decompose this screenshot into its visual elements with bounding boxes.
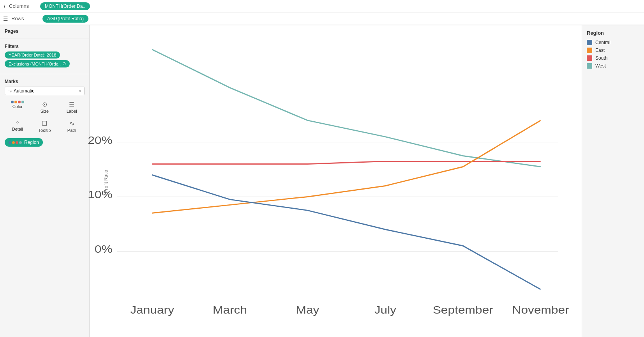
south-color-icon bbox=[587, 55, 592, 61]
columns-pill[interactable]: MONTH(Order Da.. bbox=[40, 2, 90, 10]
south-line bbox=[152, 161, 541, 164]
color-button[interactable]: Color bbox=[5, 98, 30, 116]
detail-label: Detail bbox=[12, 127, 23, 131]
size-button[interactable]: ⊙ Size bbox=[32, 98, 58, 116]
filters-title: Filters bbox=[5, 44, 85, 49]
main-area: Pages Filters YEAR(Order Date): 2018 Exc… bbox=[0, 25, 644, 337]
central-color-icon bbox=[587, 40, 592, 45]
legend-south-label: South bbox=[595, 55, 607, 61]
filter2-icon: ⊙ bbox=[62, 61, 66, 66]
svg-text:July: July bbox=[374, 304, 396, 316]
tooltip-button[interactable]: ☐ Tooltip bbox=[32, 117, 58, 135]
chart-area: Profit Ratio bbox=[90, 25, 644, 337]
color-icon bbox=[11, 101, 24, 103]
detail-icon: ⁘ bbox=[15, 120, 20, 126]
east-line bbox=[152, 121, 541, 213]
chart-inner: 20% 10% 0% bbox=[117, 33, 558, 306]
filter1-pill[interactable]: YEAR(Order Date): 2018 bbox=[5, 51, 60, 59]
path-icon: ∿ bbox=[69, 120, 74, 127]
toolbar: ⫶ Columns MONTH(Order Da.. ☰ Rows AGG(Pr… bbox=[0, 0, 644, 25]
filters-section: Filters YEAR(Order Date): 2018 Exclusion… bbox=[0, 41, 89, 72]
legend-item-east: East bbox=[587, 48, 639, 53]
rows-pill[interactable]: AGG(Profit Ratio) bbox=[42, 15, 88, 23]
rows-icon: ☰ bbox=[3, 16, 8, 22]
path-button[interactable]: ∿ Path bbox=[59, 117, 85, 135]
path-label: Path bbox=[67, 128, 76, 133]
svg-text:March: March bbox=[213, 304, 247, 316]
size-icon: ⊙ bbox=[42, 101, 47, 108]
filter2-label: Exclusions (MONTH(Orde.. bbox=[9, 62, 61, 66]
svg-text:20%: 20% bbox=[88, 134, 112, 146]
rows-row: ☰ Rows AGG(Profit Ratio) bbox=[0, 12, 644, 25]
columns-icon: ⫶ bbox=[3, 3, 6, 9]
legend-title: Region bbox=[587, 30, 639, 36]
west-color-icon bbox=[587, 63, 592, 69]
tooltip-label: Tooltip bbox=[39, 128, 51, 133]
sidebar: Pages Filters YEAR(Order Date): 2018 Exc… bbox=[0, 25, 90, 337]
region-label: Region bbox=[24, 140, 39, 145]
legend-item-west: West bbox=[587, 63, 639, 69]
columns-label: Columns bbox=[9, 3, 40, 9]
legend-east-label: East bbox=[595, 48, 605, 53]
label-button[interactable]: ☰ Label bbox=[59, 98, 85, 116]
tooltip-icon: ☐ bbox=[42, 120, 47, 127]
svg-text:0%: 0% bbox=[95, 243, 113, 255]
marks-title: Marks bbox=[5, 79, 85, 84]
filter2-pill[interactable]: Exclusions (MONTH(Orde.. ⊙ bbox=[5, 60, 70, 67]
legend-panel: Region Central East South West bbox=[582, 25, 644, 337]
legend-west-label: West bbox=[595, 63, 606, 69]
svg-text:January: January bbox=[130, 304, 174, 316]
legend-central-label: Central bbox=[595, 40, 610, 45]
svg-text:September: September bbox=[433, 304, 493, 316]
svg-text:10%: 10% bbox=[88, 188, 112, 200]
pages-section: Pages bbox=[0, 25, 89, 37]
color-label: Color bbox=[12, 104, 23, 109]
chart-container: Profit Ratio bbox=[90, 25, 582, 337]
marks-section: Marks ∿ Automatic ▾ Color ⊙ bbox=[0, 76, 89, 150]
region-pill[interactable]: Region bbox=[5, 138, 43, 147]
east-color-icon bbox=[587, 48, 592, 53]
detail-button[interactable]: ⁘ Detail bbox=[5, 117, 30, 135]
west-line bbox=[152, 50, 541, 167]
size-label: Size bbox=[41, 109, 49, 114]
region-dots-icon bbox=[9, 141, 22, 144]
marks-type-dropdown[interactable]: ∿ Automatic ▾ bbox=[5, 87, 85, 95]
pages-title: Pages bbox=[5, 28, 18, 34]
chart-svg: 20% 10% 0% bbox=[117, 33, 558, 306]
svg-text:November: November bbox=[512, 304, 569, 316]
dropdown-arrow-icon: ▾ bbox=[79, 89, 81, 93]
legend-item-central: Central bbox=[587, 40, 639, 45]
marks-grid: Color ⊙ Size ☰ Label ⁘ Detail ☐ Tooltip bbox=[5, 98, 85, 135]
label-icon: ☰ bbox=[69, 101, 74, 108]
rows-label: Rows bbox=[11, 16, 42, 21]
legend-item-south: South bbox=[587, 55, 639, 61]
central-line bbox=[152, 175, 541, 289]
svg-text:May: May bbox=[296, 304, 319, 316]
columns-row: ⫶ Columns MONTH(Order Da.. bbox=[0, 0, 644, 12]
marks-type-label: Automatic bbox=[14, 88, 79, 94]
label-label: Label bbox=[67, 109, 77, 114]
